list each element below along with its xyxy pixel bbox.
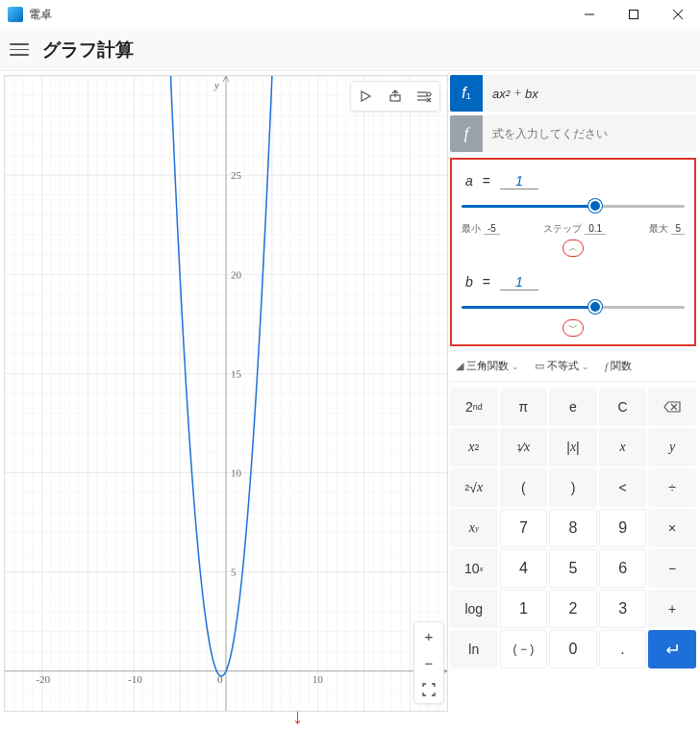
key-([interactable]: ( (500, 468, 548, 507)
key-⌫[interactable] (648, 388, 696, 426)
key-e[interactable]: e (549, 388, 597, 426)
key-xʸ[interactable]: xy (450, 509, 498, 547)
window-buttons (567, 0, 700, 29)
variable-b-block: b = 1 ﹀ (462, 268, 685, 339)
key-↵[interactable] (648, 630, 696, 668)
equation-badge-new: f (450, 115, 483, 152)
key-10ˣ[interactable]: 10x (450, 549, 498, 588)
equation-text-1[interactable]: ax2 + bx (483, 75, 696, 112)
app-icon (8, 7, 23, 22)
key-C[interactable]: C (599, 388, 647, 426)
key-(−)[interactable]: ( − ) (500, 630, 548, 668)
key-<[interactable]: < (599, 468, 647, 507)
var-a-value[interactable]: 1 (500, 173, 538, 189)
key-9[interactable]: 9 (599, 509, 647, 547)
key-3[interactable]: 3 (599, 590, 647, 628)
annotation-arrow-icon: ↓ (292, 704, 303, 729)
equation-row-1[interactable]: f1 ax2 + bx (450, 75, 696, 112)
page-title: グラフ計算 (42, 38, 134, 63)
key-6[interactable]: 6 (599, 549, 647, 588)
graph-toolbar (350, 81, 440, 112)
svg-point-8 (427, 92, 431, 96)
var-b-expand[interactable]: ﹀ (562, 319, 584, 337)
trace-button[interactable] (353, 84, 380, 109)
key-2nd[interactable]: 2nd (450, 388, 498, 426)
zoom-toolbar: + − (413, 621, 444, 704)
key-7[interactable]: 7 (500, 509, 548, 547)
close-button[interactable] (656, 0, 700, 29)
graph-area[interactable] (4, 75, 448, 712)
var-b-slider[interactable] (462, 298, 685, 315)
header: グラフ計算 (0, 29, 700, 71)
equation-badge-1: f1 (450, 75, 483, 112)
svg-rect-1 (630, 11, 638, 19)
var-a-step[interactable]: 0.1 (585, 223, 606, 235)
zoom-fit-button[interactable] (414, 676, 443, 703)
cat-ineq[interactable]: ▭不等式⌄ (529, 355, 595, 377)
cat-trig[interactable]: ◢三角関数⌄ (450, 355, 525, 377)
equation-row-new[interactable]: f 式を入力してください (450, 115, 696, 152)
zoom-out-button[interactable]: − (414, 649, 443, 676)
key-¹⁄x[interactable]: 1⁄x (500, 428, 548, 466)
key-x²[interactable]: x2 (450, 428, 498, 466)
key-)[interactable]: ) (549, 468, 597, 507)
var-a-max[interactable]: 5 (671, 223, 685, 235)
key-|x|[interactable]: |x| (549, 428, 597, 466)
share-button[interactable] (382, 84, 409, 109)
zoom-in-button[interactable]: + (414, 622, 443, 649)
variable-a-block: a = 1 最小-5 ステップ0.1 最大5 ︿ (462, 167, 685, 265)
var-b-name: b (465, 274, 473, 290)
hamburger-icon[interactable] (10, 40, 29, 60)
cat-func[interactable]: f関数 (599, 355, 638, 377)
key-0[interactable]: 0 (549, 630, 597, 668)
var-a-slider[interactable] (462, 197, 685, 214)
variable-panel: a = 1 最小-5 ステップ0.1 最大5 ︿ b = 1 (450, 158, 696, 346)
var-a-min[interactable]: -5 (484, 223, 500, 235)
key-−[interactable]: − (648, 549, 696, 588)
graph-options-button[interactable] (411, 84, 438, 109)
key-π[interactable]: π (500, 388, 548, 426)
var-a-name: a (465, 173, 473, 189)
key-x[interactable]: x (599, 428, 647, 466)
key-²√x[interactable]: 2√x (450, 468, 498, 507)
equation-placeholder[interactable]: 式を入力してください (483, 115, 696, 152)
key-ln[interactable]: ln (450, 630, 498, 668)
key-8[interactable]: 8 (549, 509, 597, 547)
key-4[interactable]: 4 (500, 549, 548, 588)
function-categories: ◢三角関数⌄ ▭不等式⌄ f関数 (450, 350, 696, 382)
key-÷[interactable]: ÷ (648, 468, 696, 507)
var-a-collapse[interactable]: ︿ (562, 239, 584, 257)
var-b-value[interactable]: 1 (500, 274, 538, 290)
key-log[interactable]: log (450, 590, 498, 628)
minimize-button[interactable] (567, 0, 612, 29)
key-.[interactable]: . (599, 630, 647, 668)
key-5[interactable]: 5 (549, 549, 597, 588)
app-title: 電卓 (29, 7, 52, 23)
keypad: 2ndπeCx21⁄x|x|xy2√x()<÷xy789×10x456−log1… (450, 388, 696, 668)
key-1[interactable]: 1 (500, 590, 548, 628)
key-+[interactable]: + (648, 590, 696, 628)
key-y[interactable]: y (648, 428, 696, 466)
key-×[interactable]: × (648, 509, 696, 547)
maximize-button[interactable] (612, 0, 656, 29)
side-panel: f1 ax2 + bx f 式を入力してください a = 1 最小-5 ステップ… (450, 75, 696, 712)
key-2[interactable]: 2 (549, 590, 597, 628)
